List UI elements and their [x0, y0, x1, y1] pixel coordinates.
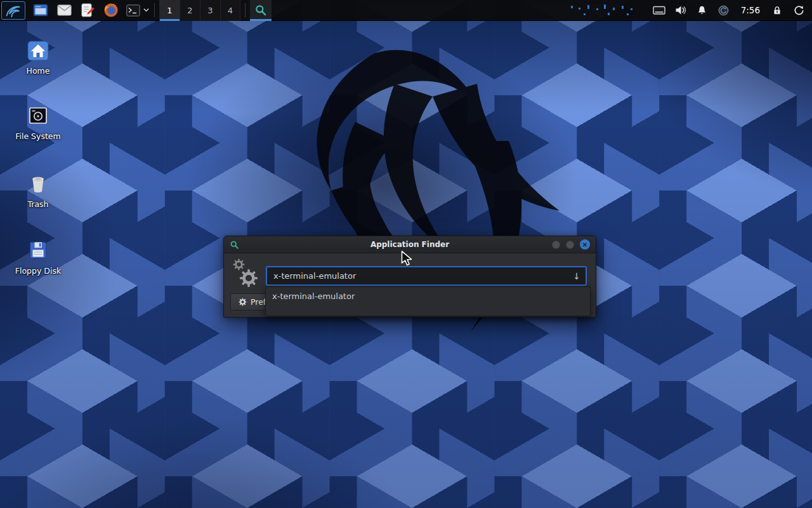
gear-icon — [239, 298, 247, 306]
workspace-button-2[interactable]: 2 — [180, 0, 200, 21]
search-combo: ↓ — [266, 266, 587, 286]
kali-logo-icon — [5, 3, 22, 18]
floppy-disk-icon — [8, 237, 69, 261]
taskbar-application-finder[interactable] — [250, 0, 272, 21]
workspace-label: 2 — [187, 6, 192, 15]
file-manager-icon — [33, 4, 48, 17]
minimize-button[interactable] — [552, 241, 560, 249]
close-icon: ✕ — [582, 241, 587, 248]
kali-desktop: 1 2 3 4 — [0, 0, 812, 508]
workspace-button-1[interactable]: 1 — [159, 0, 180, 21]
workspace-button-4[interactable]: 4 — [220, 0, 240, 21]
session-logout-button[interactable] — [792, 3, 806, 18]
system-monitor-graph[interactable] — [568, 2, 645, 18]
terminal-icon — [126, 4, 140, 17]
volume-icon — [675, 5, 686, 15]
desktop-icon-label: Trash — [8, 200, 69, 209]
text-editor-launcher[interactable] — [79, 1, 96, 19]
home-icon — [8, 37, 69, 61]
application-finder-icon — [254, 4, 267, 17]
combo-dropdown-arrow-icon[interactable]: ↓ — [573, 271, 586, 281]
panel-tray: 7:56 — [568, 2, 812, 18]
terminal-launcher[interactable] — [126, 1, 141, 19]
top-panel: 1 2 3 4 — [0, 0, 812, 21]
workspace-button-3[interactable]: 3 — [200, 0, 220, 21]
search-suggestions-popup: x-terminal-emulator — [265, 286, 591, 316]
folder-icon — [57, 4, 72, 16]
logout-restart-icon — [794, 5, 804, 16]
desktop-icon-trash[interactable]: Trash — [8, 170, 69, 209]
trash-icon — [8, 170, 69, 194]
workspace-label: 4 — [228, 6, 233, 15]
maximize-button[interactable] — [566, 241, 574, 249]
keyboard-indicator[interactable] — [652, 3, 666, 18]
applications-menu-button[interactable] — [1, 1, 25, 20]
desktop-icon-label: File System — [8, 132, 69, 141]
workspace-label: 3 — [207, 6, 213, 15]
gears-illustration-icon — [229, 257, 263, 297]
desktop-icon-floppy-disk[interactable]: Floppy Disk — [8, 237, 69, 276]
firefox-launcher[interactable] — [102, 1, 120, 19]
update-indicator[interactable] — [717, 3, 731, 18]
panel-separator — [245, 3, 246, 17]
desktop-icon-label: Home — [8, 67, 69, 76]
volume-control[interactable] — [674, 3, 688, 18]
file-system-icon — [8, 102, 69, 126]
desktop-icon-file-system[interactable]: File System — [8, 102, 69, 141]
application-finder-icon — [230, 240, 239, 250]
notifications[interactable] — [695, 3, 709, 18]
desktop-icon-label: Floppy Disk — [8, 267, 69, 276]
text-editor-icon — [81, 3, 95, 17]
update-icon — [718, 5, 729, 16]
quick-launchers — [32, 1, 150, 19]
workspace-label: 1 — [167, 6, 172, 15]
folder-launcher[interactable] — [55, 1, 73, 19]
panel-separator — [154, 3, 155, 17]
application-finder-window: Application Finder ✕ ↓ Preferen — [223, 236, 596, 318]
close-button[interactable]: ✕ — [580, 239, 590, 250]
terminal-dropdown-toggle[interactable] — [142, 1, 150, 19]
keyboard-icon — [653, 5, 665, 15]
firefox-icon — [103, 3, 119, 18]
window-title: Application Finder — [370, 240, 449, 249]
desktop-icon-home[interactable]: Home — [8, 37, 69, 76]
suggestion-item[interactable]: x-terminal-emulator — [266, 287, 590, 305]
clock[interactable]: 7:56 — [738, 5, 763, 15]
workspace-switcher: 1 2 3 4 — [159, 0, 240, 21]
window-titlebar[interactable]: Application Finder ✕ — [224, 236, 596, 253]
chevron-down-icon — [143, 8, 149, 12]
file-manager-launcher[interactable] — [32, 1, 49, 19]
search-input[interactable] — [267, 267, 573, 284]
lock-screen-button[interactable] — [770, 3, 784, 18]
bell-icon — [697, 5, 707, 16]
lock-icon — [772, 5, 782, 16]
